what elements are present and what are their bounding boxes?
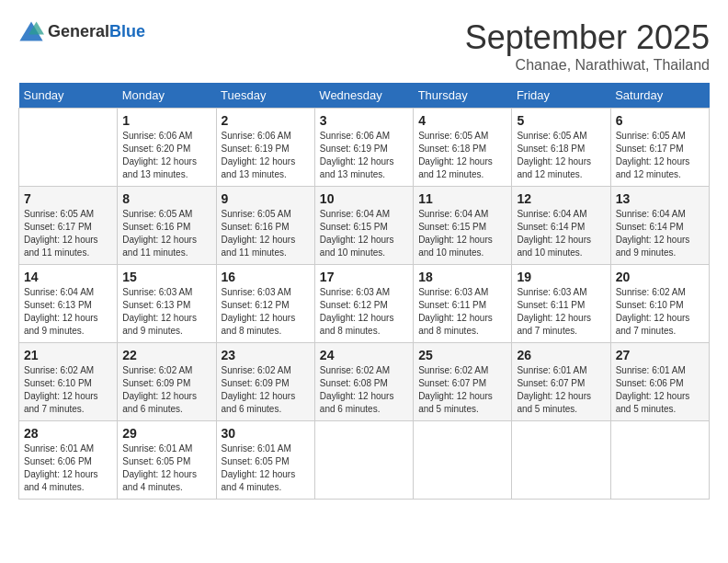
logo-general: General <box>48 22 109 40</box>
calendar-cell: 9Sunrise: 6:05 AM Sunset: 6:16 PM Daylig… <box>216 187 314 265</box>
calendar-cell: 21Sunrise: 6:02 AM Sunset: 6:10 PM Dayli… <box>19 343 118 421</box>
calendar-cell: 25Sunrise: 6:02 AM Sunset: 6:07 PM Dayli… <box>414 343 512 421</box>
calendar-cell: 29Sunrise: 6:01 AM Sunset: 6:05 PM Dayli… <box>118 421 216 500</box>
calendar-cell: 11Sunrise: 6:04 AM Sunset: 6:15 PM Dayli… <box>414 187 512 265</box>
calendar-cell: 2Sunrise: 6:06 AM Sunset: 6:19 PM Daylig… <box>216 109 314 187</box>
calendar-cell <box>19 109 118 187</box>
day-info: Sunrise: 6:03 AM Sunset: 6:12 PM Dayligh… <box>320 286 408 338</box>
day-number: 29 <box>122 426 210 441</box>
weekday-header-row: SundayMondayTuesdayWednesdayThursdayFrid… <box>19 83 710 109</box>
day-number: 3 <box>320 113 408 128</box>
calendar-week-1: 1Sunrise: 6:06 AM Sunset: 6:20 PM Daylig… <box>19 109 710 187</box>
day-info: Sunrise: 6:04 AM Sunset: 6:13 PM Dayligh… <box>24 286 112 338</box>
logo: GeneralBlue <box>18 18 145 44</box>
calendar-cell <box>414 421 512 500</box>
weekday-header-monday: Monday <box>118 83 216 109</box>
day-info: Sunrise: 6:02 AM Sunset: 6:10 PM Dayligh… <box>24 364 112 416</box>
day-number: 5 <box>517 113 605 128</box>
calendar-week-4: 21Sunrise: 6:02 AM Sunset: 6:10 PM Dayli… <box>19 343 710 421</box>
day-number: 18 <box>418 270 506 284</box>
calendar-cell: 24Sunrise: 6:02 AM Sunset: 6:08 PM Dayli… <box>314 343 413 421</box>
day-number: 2 <box>222 113 310 128</box>
calendar-cell: 16Sunrise: 6:03 AM Sunset: 6:12 PM Dayli… <box>216 265 314 343</box>
weekday-header-friday: Friday <box>512 83 610 109</box>
day-info: Sunrise: 6:01 AM Sunset: 6:06 PM Dayligh… <box>616 364 704 416</box>
day-info: Sunrise: 6:03 AM Sunset: 6:13 PM Dayligh… <box>122 286 210 338</box>
day-info: Sunrise: 6:04 AM Sunset: 6:15 PM Dayligh… <box>418 208 506 259</box>
day-number: 13 <box>616 191 704 206</box>
day-info: Sunrise: 6:05 AM Sunset: 6:16 PM Dayligh… <box>222 208 310 259</box>
calendar-cell: 27Sunrise: 6:01 AM Sunset: 6:06 PM Dayli… <box>610 343 709 421</box>
calendar-cell: 20Sunrise: 6:02 AM Sunset: 6:10 PM Dayli… <box>610 265 709 343</box>
calendar-cell: 23Sunrise: 6:02 AM Sunset: 6:09 PM Dayli… <box>216 343 314 421</box>
day-number: 20 <box>616 270 704 284</box>
day-number: 28 <box>24 426 112 441</box>
day-info: Sunrise: 6:02 AM Sunset: 6:08 PM Dayligh… <box>320 364 408 416</box>
day-info: Sunrise: 6:02 AM Sunset: 6:07 PM Dayligh… <box>418 364 506 416</box>
day-info: Sunrise: 6:05 AM Sunset: 6:17 PM Dayligh… <box>616 130 704 181</box>
day-number: 23 <box>222 348 310 362</box>
day-number: 9 <box>222 191 310 206</box>
day-info: Sunrise: 6:01 AM Sunset: 6:07 PM Dayligh… <box>517 364 605 416</box>
calendar-week-2: 7Sunrise: 6:05 AM Sunset: 6:17 PM Daylig… <box>19 187 710 265</box>
day-number: 14 <box>24 270 112 284</box>
weekday-header-saturday: Saturday <box>610 83 709 109</box>
calendar-cell: 5Sunrise: 6:05 AM Sunset: 6:18 PM Daylig… <box>512 109 610 187</box>
day-info: Sunrise: 6:01 AM Sunset: 6:05 PM Dayligh… <box>122 442 210 494</box>
calendar-cell: 13Sunrise: 6:04 AM Sunset: 6:14 PM Dayli… <box>610 187 709 265</box>
day-number: 12 <box>517 191 605 206</box>
day-number: 11 <box>418 191 506 206</box>
day-number: 7 <box>24 191 112 206</box>
calendar-week-3: 14Sunrise: 6:04 AM Sunset: 6:13 PM Dayli… <box>19 265 710 343</box>
calendar-table: SundayMondayTuesdayWednesdayThursdayFrid… <box>18 83 710 500</box>
weekday-header-wednesday: Wednesday <box>314 83 413 109</box>
day-info: Sunrise: 6:04 AM Sunset: 6:14 PM Dayligh… <box>616 208 704 259</box>
calendar-cell <box>610 421 709 500</box>
calendar-cell: 18Sunrise: 6:03 AM Sunset: 6:11 PM Dayli… <box>414 265 512 343</box>
calendar-cell: 4Sunrise: 6:05 AM Sunset: 6:18 PM Daylig… <box>414 109 512 187</box>
calendar-cell: 26Sunrise: 6:01 AM Sunset: 6:07 PM Dayli… <box>512 343 610 421</box>
day-number: 21 <box>24 348 112 362</box>
calendar-cell: 8Sunrise: 6:05 AM Sunset: 6:16 PM Daylig… <box>118 187 216 265</box>
location-subtitle: Chanae, Narathiwat, Thailand <box>465 57 710 74</box>
day-info: Sunrise: 6:01 AM Sunset: 6:05 PM Dayligh… <box>222 442 310 494</box>
calendar-cell: 30Sunrise: 6:01 AM Sunset: 6:05 PM Dayli… <box>216 421 314 500</box>
day-info: Sunrise: 6:05 AM Sunset: 6:16 PM Dayligh… <box>122 208 210 259</box>
title-section: September 2025 Chanae, Narathiwat, Thail… <box>465 18 710 74</box>
day-number: 30 <box>222 426 310 441</box>
calendar-cell <box>512 421 610 500</box>
calendar-week-5: 28Sunrise: 6:01 AM Sunset: 6:06 PM Dayli… <box>19 421 710 500</box>
calendar-cell: 22Sunrise: 6:02 AM Sunset: 6:09 PM Dayli… <box>118 343 216 421</box>
day-info: Sunrise: 6:03 AM Sunset: 6:12 PM Dayligh… <box>222 286 310 338</box>
logo-text: GeneralBlue <box>48 22 145 41</box>
month-title: September 2025 <box>465 18 710 57</box>
day-number: 16 <box>222 270 310 284</box>
day-info: Sunrise: 6:02 AM Sunset: 6:09 PM Dayligh… <box>122 364 210 416</box>
day-info: Sunrise: 6:06 AM Sunset: 6:19 PM Dayligh… <box>320 130 408 181</box>
day-info: Sunrise: 6:06 AM Sunset: 6:19 PM Dayligh… <box>222 130 310 181</box>
day-info: Sunrise: 6:05 AM Sunset: 6:17 PM Dayligh… <box>24 208 112 259</box>
day-info: Sunrise: 6:05 AM Sunset: 6:18 PM Dayligh… <box>517 130 605 181</box>
day-info: Sunrise: 6:02 AM Sunset: 6:10 PM Dayligh… <box>616 286 704 338</box>
day-info: Sunrise: 6:02 AM Sunset: 6:09 PM Dayligh… <box>222 364 310 416</box>
day-number: 26 <box>517 348 605 362</box>
calendar-cell: 19Sunrise: 6:03 AM Sunset: 6:11 PM Dayli… <box>512 265 610 343</box>
calendar-cell: 15Sunrise: 6:03 AM Sunset: 6:13 PM Dayli… <box>118 265 216 343</box>
day-number: 8 <box>122 191 210 206</box>
day-number: 24 <box>320 348 408 362</box>
day-info: Sunrise: 6:03 AM Sunset: 6:11 PM Dayligh… <box>517 286 605 338</box>
calendar-cell: 12Sunrise: 6:04 AM Sunset: 6:14 PM Dayli… <box>512 187 610 265</box>
calendar-cell: 14Sunrise: 6:04 AM Sunset: 6:13 PM Dayli… <box>19 265 118 343</box>
calendar-cell: 7Sunrise: 6:05 AM Sunset: 6:17 PM Daylig… <box>19 187 118 265</box>
day-number: 1 <box>122 113 210 128</box>
logo-icon <box>18 18 44 44</box>
day-number: 22 <box>122 348 210 362</box>
logo-blue: Blue <box>109 22 145 40</box>
calendar-cell: 17Sunrise: 6:03 AM Sunset: 6:12 PM Dayli… <box>314 265 413 343</box>
day-number: 19 <box>517 270 605 284</box>
day-info: Sunrise: 6:01 AM Sunset: 6:06 PM Dayligh… <box>24 442 112 494</box>
day-number: 10 <box>320 191 408 206</box>
day-info: Sunrise: 6:04 AM Sunset: 6:15 PM Dayligh… <box>320 208 408 259</box>
day-info: Sunrise: 6:05 AM Sunset: 6:18 PM Dayligh… <box>418 130 506 181</box>
day-number: 25 <box>418 348 506 362</box>
